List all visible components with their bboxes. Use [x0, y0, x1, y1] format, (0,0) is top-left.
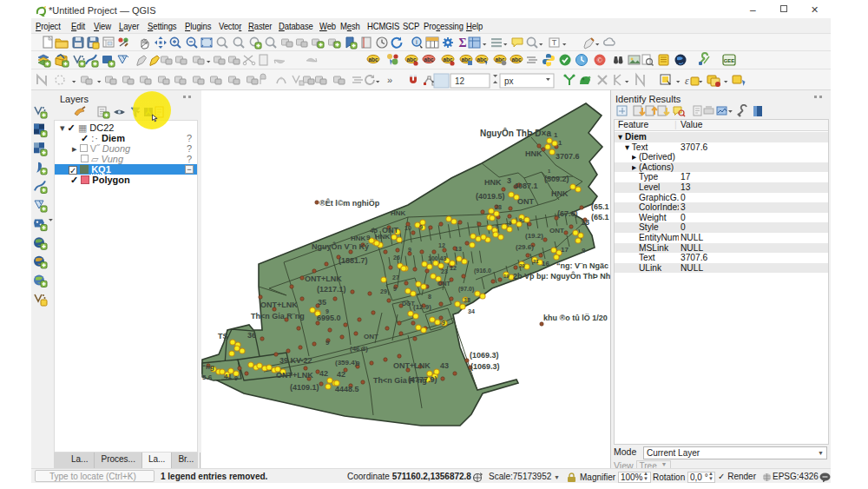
svg-text:41: 41 [224, 373, 232, 380]
svg-text:(1217.1): (1217.1) [317, 285, 346, 294]
svg-text:21: 21 [533, 259, 539, 264]
svg-text:px: px [504, 76, 514, 86]
svg-text:13: 13 [455, 246, 462, 252]
svg-text:abc: abc [424, 56, 434, 63]
svg-text:4448.5: 4448.5 [335, 385, 359, 393]
svg-text:abc: abc [511, 56, 522, 63]
svg-text:HNK: HNK [525, 149, 542, 158]
svg-text:abc: abc [443, 56, 453, 63]
svg-text:ONT: ONT [517, 197, 535, 206]
svg-text:abc: abc [368, 56, 378, 63]
svg-text:abc: abc [406, 56, 417, 63]
svg-text:ONT: ONT [364, 333, 378, 340]
svg-text:19: 19 [503, 274, 510, 279]
svg-text:TS: TS [218, 332, 228, 340]
svg-text:ONT: ONT [549, 227, 564, 235]
svg-text:ONT+LNK: ONT+LNK [276, 371, 313, 380]
svg-text:2b Vþ bµ: NguyÔn ThÞ Nh: 2b Vþ bµ: NguyÔn ThÞ Nh [513, 271, 610, 281]
svg-text:GEE: GEE [724, 58, 735, 63]
svg-text:23: 23 [441, 268, 448, 274]
svg-text:ONT: ONT [437, 281, 451, 287]
svg-text:9: 9 [326, 308, 329, 314]
svg-text:35: 35 [318, 298, 326, 307]
svg-text:©: © [597, 56, 603, 64]
svg-text:28: 28 [495, 204, 502, 210]
svg-text:9: 9 [408, 247, 411, 253]
svg-text:100 43: 100 43 [428, 255, 447, 261]
svg-text:HNK: HNK [484, 178, 502, 187]
svg-text:9: 9 [234, 375, 238, 381]
svg-text:HNK: HNK [551, 189, 569, 198]
svg-text:34: 34 [468, 308, 475, 314]
svg-text:Th<n Gia R¨ng: Th<n Gia R¨ng [251, 312, 305, 320]
svg-text:9: 9 [582, 247, 586, 254]
svg-text:HNK: HNK [391, 209, 406, 217]
svg-text:12: 12 [438, 242, 445, 248]
svg-text:i: i [416, 38, 418, 46]
svg-text:(4109.1): (4109.1) [290, 383, 319, 392]
svg-text:39 KV-22: 39 KV-22 [279, 356, 312, 365]
svg-text:4087.1: 4087.1 [514, 182, 538, 190]
svg-text:12: 12 [455, 76, 465, 86]
svg-text:HNK: HNK [375, 233, 391, 241]
svg-text:12: 12 [450, 265, 457, 271]
svg-text:khu ®o tû lÖ 1/20: khu ®o tû lÖ 1/20 [543, 314, 608, 322]
svg-text:9: 9 [356, 360, 360, 367]
svg-text:5.6: 5.6 [202, 373, 213, 381]
svg-text:26: 26 [393, 254, 400, 261]
svg-text:6995.0: 6995.0 [317, 314, 341, 322]
svg-text:10: 10 [404, 225, 411, 231]
svg-text:ONT+LNK: ONT+LNK [305, 274, 342, 283]
svg-text:(46.8): (46.8) [350, 345, 368, 353]
svg-text:NguyÔn V¨n Ký: NguyÔn V¨n Ký [312, 241, 369, 251]
svg-text:29: 29 [380, 288, 387, 294]
svg-text:T: T [552, 38, 557, 47]
svg-text:38: 38 [464, 297, 470, 303]
svg-text:»: » [387, 75, 392, 85]
svg-text:ε: ε [685, 75, 689, 87]
svg-text:(67.6): (67.6) [557, 209, 578, 218]
svg-text:43: 43 [440, 361, 449, 370]
svg-text:(65.1: (65.1 [591, 213, 609, 221]
svg-text:1: 1 [558, 139, 562, 147]
svg-text:16: 16 [542, 260, 549, 268]
svg-text:(916.0: (916.0 [474, 268, 491, 274]
svg-text:9: 9 [326, 339, 330, 347]
svg-text:27: 27 [392, 274, 399, 281]
svg-text:(4019.5): (4019.5) [476, 192, 505, 201]
svg-text:ONT+LNK: ONT+LNK [393, 361, 431, 370]
svg-text:(509.2): (509.2) [544, 175, 569, 183]
svg-text:(1069.3): (1069.3) [470, 362, 500, 371]
svg-text:36: 36 [247, 331, 256, 340]
svg-text:(19.2): (19.2) [525, 232, 543, 240]
svg-text:9: 9 [393, 286, 397, 292]
svg-text:(29.6): (29.6) [516, 243, 534, 251]
svg-text:8: 8 [428, 294, 431, 300]
svg-text:9: 9 [419, 224, 423, 230]
svg-text:(1069.3): (1069.3) [470, 351, 499, 360]
svg-text:20: 20 [519, 263, 525, 268]
svg-text:3707.6: 3707.6 [556, 152, 580, 161]
svg-text:1: 1 [554, 131, 558, 139]
svg-text:“ng: “ng [202, 363, 214, 371]
svg-text:(4777.9): (4777.9) [408, 375, 437, 384]
svg-text:Σ: Σ [458, 36, 466, 50]
svg-text:(97.0): (97.0) [458, 286, 474, 293]
svg-text:18: 18 [581, 218, 589, 227]
svg-text:17: 17 [561, 246, 569, 254]
svg-text:HNK: HNK [351, 235, 366, 242]
svg-text:®Êt l©m nghiÖp: ®Êt l©m nghiÖp [319, 198, 380, 208]
svg-text:9: 9 [366, 234, 371, 241]
svg-text:9: 9 [442, 320, 445, 326]
svg-text:NguyÔn ThÞ D×a: NguyÔn ThÞ D×a [480, 128, 551, 138]
svg-text:3: 3 [507, 176, 511, 185]
svg-text:(1881.7): (1881.7) [339, 256, 368, 265]
svg-text:ONT+LNK: ONT+LNK [260, 301, 298, 309]
svg-text:(12.9): (12.9) [413, 303, 431, 311]
svg-text:“ng: V¨n Ngäc: “ng: V¨n Ngäc [556, 261, 608, 270]
svg-text:42: 42 [319, 369, 328, 378]
svg-text:(65.1: (65.1 [591, 202, 609, 211]
svg-text:(359.4): (359.4) [335, 359, 358, 367]
svg-text:42: 42 [337, 370, 345, 379]
